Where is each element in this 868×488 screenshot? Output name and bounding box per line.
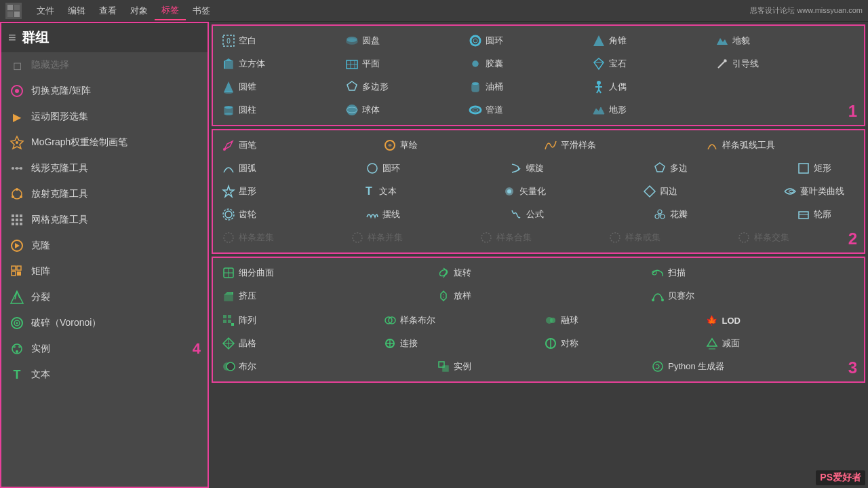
item-cissoid[interactable]: 蔓叶类曲线 [778, 181, 860, 202]
sidebar-item-instance[interactable]: 实例 4 [1, 336, 208, 362]
item-rect[interactable]: 矩形 [792, 157, 860, 179]
item-sketch[interactable]: 草绘 [378, 134, 538, 156]
item-instance2[interactable]: 实例 [432, 356, 646, 377]
item-sphere[interactable]: 球体 [340, 99, 462, 121]
sidebar-item-text[interactable]: T 文本 [1, 362, 208, 388]
svg-rect-17 [16, 214, 18, 217]
item-polygon2[interactable]: 多边 [648, 157, 791, 179]
item-contour[interactable]: 轮廓 [792, 204, 860, 225]
ps-watermark: PS爱好者 [816, 470, 865, 485]
item-quad[interactable]: 四边 [638, 181, 777, 202]
item-cube[interactable]: 立方体 [217, 53, 339, 75]
item-pen[interactable]: 画笔 [217, 134, 377, 156]
menu-tag[interactable]: 标签 [155, 1, 186, 20]
item-metaball[interactable]: 融球 [539, 309, 699, 331]
menu-file[interactable]: 文件 [30, 2, 61, 20]
item-cylinder[interactable]: 圆柱 [217, 99, 339, 121]
menu-edit[interactable]: 编辑 [61, 2, 92, 20]
svg-point-95 [481, 233, 491, 242]
item-text[interactable]: T 文本 [357, 181, 496, 202]
item-cycloid[interactable]: 摆线 [361, 204, 503, 225]
item-plane[interactable]: 平面 [340, 53, 462, 75]
svg-rect-23 [16, 223, 18, 225]
item-figure[interactable]: 人偶 [587, 76, 709, 98]
svg-point-71 [224, 113, 233, 115]
item-formula[interactable]: 公式 [505, 204, 647, 225]
svg-point-45 [473, 39, 477, 43]
svg-point-83 [507, 189, 511, 193]
sidebar-instance-label: 实例 [31, 343, 50, 355]
menu-object[interactable]: 对象 [123, 2, 155, 20]
item-arc-tool[interactable]: 样条弧线工具 [701, 134, 861, 156]
svg-point-64 [597, 81, 601, 85]
spline-intersect-icon [736, 230, 751, 245]
menu-bookmark[interactable]: 书签 [186, 2, 217, 20]
item-terrain[interactable]: 地貌 [711, 30, 833, 52]
sidebar-fracture-label: 分裂 [31, 291, 50, 303]
sidebar-item-mograph-pen[interactable]: MoGraph权重绘制画笔 [1, 130, 208, 155]
sidebar-item-radial-clone[interactable]: 放射克隆工具 [1, 181, 208, 207]
item-polygon[interactable]: 多边形 [340, 76, 462, 98]
svg-point-133 [653, 362, 663, 371]
sidebar-item-grid-clone[interactable]: 网格克隆工具 [1, 207, 208, 233]
item-python-gen[interactable]: Python 生成器 [646, 356, 860, 377]
item-array[interactable]: 阵列 [217, 309, 377, 331]
sidebar-item-clone[interactable]: 克隆 [1, 233, 208, 259]
item-bezier[interactable]: 贝赛尔 [646, 285, 860, 307]
item-lattice[interactable]: 晶格 [217, 333, 377, 354]
sidebar-item-clone-matrix[interactable]: 切换克隆/矩阵 [1, 78, 208, 104]
item-reduce[interactable]: 减面 [701, 333, 861, 354]
item-lathe[interactable]: 旋转 [432, 262, 646, 284]
item-blank[interactable]: 0 空白 [217, 30, 339, 52]
item-symmetry[interactable]: 对称 [539, 333, 699, 354]
sidebar-item-voronoi[interactable]: 破碎（Voronoi） [1, 310, 208, 336]
item-vectorize[interactable]: 矢量化 [498, 181, 637, 202]
svg-line-68 [599, 90, 601, 93]
item-smooth-spline[interactable]: 平滑样条 [539, 134, 699, 156]
item-spline-or: 样条或集 [604, 227, 731, 248]
item-capsule[interactable]: 胶囊 [464, 53, 586, 75]
text-icon: T [8, 366, 26, 383]
svg-rect-29 [17, 271, 21, 276]
item-circle[interactable]: 圆环 [361, 157, 503, 179]
svg-point-13 [16, 188, 18, 191]
item-gear[interactable]: 齿轮 [217, 204, 359, 225]
sidebar-item-group[interactable]: ≡ 群组 [1, 23, 208, 52]
item-spline-boole[interactable]: 样条布尔 [378, 309, 538, 331]
item-connect[interactable]: 连接 [378, 333, 538, 354]
menu-view[interactable]: 查看 [92, 2, 123, 20]
sidebar-item-fracture[interactable]: 分裂 [1, 284, 208, 310]
item-loft[interactable]: 放样 [432, 285, 646, 307]
sidebar-item-motion-select[interactable]: ▶ 运动图形选集 [1, 104, 208, 130]
item-landscape[interactable]: 地形 [587, 99, 709, 121]
vectorize-label: 矢量化 [519, 185, 546, 198]
item-cone[interactable]: 圆锥 [217, 76, 339, 98]
item-gem[interactable]: 宝石 [587, 53, 709, 75]
sidebar-item-linear-clone[interactable]: 线形克隆工具 [1, 155, 208, 181]
item-arc[interactable]: 圆弧 [217, 157, 359, 179]
extrude-icon [221, 288, 236, 303]
item-extrude[interactable]: 挤压 [217, 285, 431, 307]
svg-rect-18 [20, 214, 22, 217]
cone2-label: 角锥 [609, 35, 627, 47]
svg-point-118 [550, 318, 555, 323]
linear-clone-icon [8, 159, 26, 177]
item-helix[interactable]: 螺旋 [505, 157, 647, 179]
guide-icon [715, 56, 730, 71]
item-sweep[interactable]: 扫描 [646, 262, 860, 284]
sidebar-item-matrix[interactable]: 矩阵 [1, 259, 208, 284]
item-petal[interactable]: 花瓣 [648, 204, 791, 225]
disk-icon [344, 33, 359, 48]
item-disk[interactable]: 圆盘 [340, 30, 462, 52]
item-cone2[interactable]: 角锥 [587, 30, 709, 52]
star-label: 星形 [239, 185, 256, 198]
item-boole[interactable]: 布尔 [217, 356, 431, 377]
item-barrel[interactable]: 油桶 [464, 76, 586, 98]
item-star[interactable]: 星形 [217, 181, 356, 202]
item-guide[interactable]: 引导线 [711, 53, 833, 75]
item-pipe[interactable]: 管道 [464, 99, 586, 121]
sidebar-matrix-label: 矩阵 [31, 265, 50, 278]
item-lod[interactable]: 🍁 LOD [701, 309, 861, 331]
item-subdivision[interactable]: 细分曲面 [217, 262, 431, 284]
item-torus[interactable]: 圆环 [464, 30, 586, 52]
